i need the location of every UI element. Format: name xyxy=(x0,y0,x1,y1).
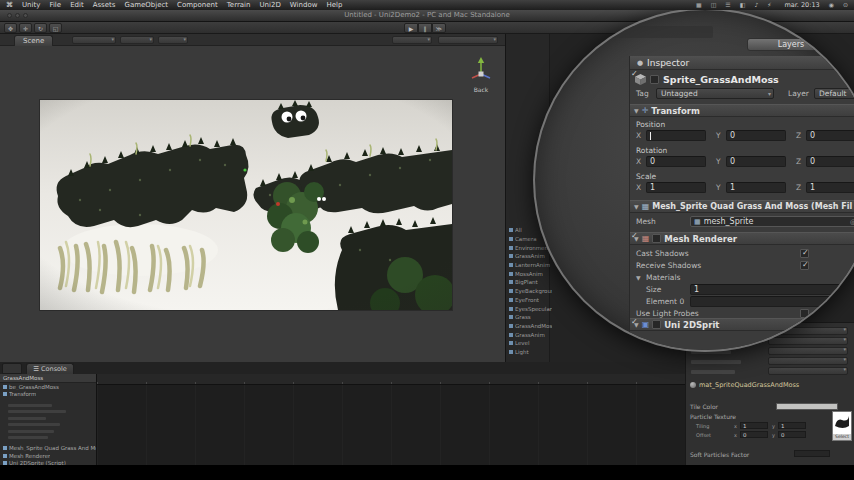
setting-dropdown[interactable] xyxy=(768,337,848,345)
menu-item[interactable]: File xyxy=(49,0,61,10)
status-icon[interactable]: ♪ xyxy=(754,0,758,10)
draw-mode-dropdown[interactable] xyxy=(72,36,116,44)
status-icon[interactable]: ◫ xyxy=(711,0,717,10)
rotation-y-field[interactable]: 0 xyxy=(726,156,786,167)
position-x-field[interactable] xyxy=(646,130,706,141)
scene-search-field[interactable] xyxy=(438,36,498,44)
project-item[interactable]: GrassAnim xyxy=(508,252,552,261)
mini-inspector-row[interactable]: be_GrassAndMoss xyxy=(0,383,96,391)
step-button[interactable]: ≫ xyxy=(432,23,446,33)
rotation-x-field[interactable]: 0 xyxy=(646,156,706,167)
user-menu-icon[interactable]: ◉ xyxy=(829,0,834,10)
project-item[interactable]: EyeFront xyxy=(508,296,552,305)
panel-stub-tab[interactable] xyxy=(2,363,22,374)
texture-select-button[interactable]: Select xyxy=(833,434,851,440)
mini-inspector-row[interactable]: Transform xyxy=(0,391,96,399)
project-item[interactable]: LanternAnim xyxy=(508,261,552,270)
tiling-y-field[interactable]: 1 xyxy=(778,422,806,429)
apple-menu-icon[interactable]: ⌘ xyxy=(6,1,13,9)
timeline-ruler[interactable]: 0:000:301:001:302:002:303:003:304:004:30… xyxy=(97,374,685,385)
setting-dropdown[interactable] xyxy=(768,347,848,355)
materials-row[interactable]: Materials xyxy=(630,272,854,284)
tile-color-swatch[interactable] xyxy=(776,403,838,410)
project-item[interactable]: MossAnim xyxy=(508,269,552,278)
mini-inspector-row[interactable]: Mesh_Sprite Quad Grass And Moss xyxy=(0,445,96,453)
status-icon[interactable]: ☰ xyxy=(725,0,730,10)
menu-item[interactable]: Terrain xyxy=(227,0,251,10)
tiling-x-field[interactable]: 1 xyxy=(740,422,768,429)
project-item[interactable]: BigPlant xyxy=(508,278,552,287)
menu-item[interactable]: Assets xyxy=(93,0,116,10)
light-probes-checkbox[interactable] xyxy=(800,309,809,318)
menu-item[interactable]: Window xyxy=(290,0,318,10)
project-item[interactable]: EyeBackground xyxy=(508,287,552,296)
object-picker-icon[interactable]: ◎ xyxy=(850,218,854,226)
menu-item[interactable]: Edit xyxy=(70,0,84,10)
renderer-enabled-checkbox[interactable] xyxy=(652,234,661,243)
active-checkbox[interactable] xyxy=(650,75,659,84)
foldout-icon[interactable] xyxy=(636,273,641,282)
mini-inspector-row[interactable]: Mesh Renderer xyxy=(0,452,96,460)
project-item[interactable]: EyesSpecular xyxy=(508,304,552,313)
pause-button[interactable]: ∥ xyxy=(418,23,432,33)
window-controls[interactable] xyxy=(7,13,28,18)
mesh-object-field[interactable]: ▦ mesh_Sprite ◎ xyxy=(690,216,854,227)
size-field[interactable]: 1 xyxy=(690,284,854,295)
menu-item[interactable]: Uni2D xyxy=(259,0,280,10)
offset-y-field[interactable]: 0 xyxy=(778,431,806,438)
inspector-tab[interactable]: ● Inspector xyxy=(630,56,854,70)
mini-inspector-header[interactable]: GrassAndMoss xyxy=(0,374,96,383)
scale-x-field[interactable]: 1 xyxy=(646,182,706,193)
cast-shadows-checkbox[interactable] xyxy=(800,249,809,258)
gameobject-name[interactable]: Sprite_GrassAndMoss xyxy=(663,74,779,85)
menu-item[interactable]: Unity xyxy=(22,0,40,10)
setting-dropdown[interactable] xyxy=(768,367,848,375)
rotate-tool-button[interactable]: ↻ xyxy=(34,23,47,33)
status-icon[interactable]: ▦ xyxy=(696,0,702,10)
transform-header[interactable]: ✛ Transform ▤⚙ xyxy=(630,104,854,117)
receive-shadows-checkbox[interactable] xyxy=(800,261,809,270)
project-item[interactable]: Light xyxy=(508,348,552,357)
scale-y-field[interactable]: 1 xyxy=(726,182,786,193)
position-z-field[interactable]: 0 xyxy=(806,130,854,141)
tab-console[interactable]: ☰ Console xyxy=(26,363,74,374)
uni2d-enabled-checkbox[interactable] xyxy=(652,320,661,329)
gizmos-dropdown[interactable] xyxy=(392,36,432,44)
rotation-z-field[interactable]: 0 xyxy=(806,156,854,167)
layer-dropdown[interactable]: Default xyxy=(814,88,854,99)
menu-item[interactable]: Component xyxy=(177,0,218,10)
move-tool-button[interactable]: ✛ xyxy=(19,23,32,33)
offset-x-field[interactable]: 0 xyxy=(740,431,768,438)
render-mode-dropdown[interactable] xyxy=(120,36,154,44)
mesh-filter-header[interactable]: ▦ Mesh_Sprite Quad Grass And Moss (Mesh … xyxy=(630,200,854,213)
project-item[interactable]: GrassAndMoss xyxy=(508,322,552,331)
project-item[interactable]: Level xyxy=(508,339,552,348)
tab-scene[interactable]: Scene xyxy=(14,35,53,46)
setting-dropdown[interactable] xyxy=(768,357,848,365)
hand-tool-button[interactable]: ✥ xyxy=(4,23,17,33)
scene-canvas[interactable] xyxy=(40,100,452,310)
menu-clock[interactable]: mar. 20:13 xyxy=(784,1,819,9)
play-button[interactable]: ▶ xyxy=(404,23,418,33)
soft-particles-field[interactable] xyxy=(794,450,830,457)
tag-dropdown[interactable]: Untagged xyxy=(656,88,774,99)
material-name-row[interactable]: mat_SpriteQuadGrassAndMoss xyxy=(690,381,799,389)
foldout-icon[interactable] xyxy=(634,202,639,211)
texture-preview[interactable]: Select xyxy=(832,411,852,441)
project-item[interactable]: Grass xyxy=(508,313,552,322)
spotlight-icon[interactable]: ⊙ xyxy=(843,0,848,10)
foldout-icon[interactable] xyxy=(634,106,639,115)
project-item[interactable]: GrassAnim xyxy=(508,330,552,339)
mesh-renderer-header[interactable]: ▦ Mesh Renderer ⚙ xyxy=(630,232,854,245)
scale-tool-button[interactable]: ◱ xyxy=(49,23,62,33)
menu-item[interactable]: Help xyxy=(326,0,342,10)
menu-item[interactable]: GameObject xyxy=(124,0,168,10)
position-y-field[interactable]: 0 xyxy=(726,130,786,141)
effects-dropdown[interactable] xyxy=(158,36,188,44)
status-icon[interactable]: ◧ xyxy=(740,0,746,10)
scale-z-field[interactable]: 1 xyxy=(806,182,854,193)
scene-orientation-gizmo[interactable]: Back xyxy=(464,54,498,94)
gizmo-view-label[interactable]: Back xyxy=(464,86,498,93)
timeline-body[interactable] xyxy=(97,385,685,465)
status-icon[interactable]: ⚡ xyxy=(767,0,771,10)
